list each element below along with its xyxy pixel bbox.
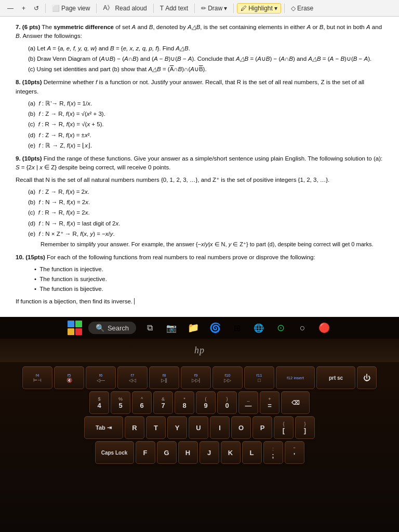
highlight-icon: 🖊	[241, 5, 247, 12]
key-quote[interactable]: " '	[285, 441, 304, 464]
taskbar-search[interactable]: 🔍 Search	[88, 322, 136, 334]
q7-sub-b: (b) Draw Venn Diagram of (A∪B) − (A∩B) a…	[28, 55, 383, 63]
camera-button[interactable]: 📷	[163, 320, 180, 336]
key-h[interactable]: H	[178, 441, 198, 464]
key-y[interactable]: Y	[167, 416, 187, 439]
key-t[interactable]: T	[146, 416, 166, 439]
question-7: 7. (6 pts) The symmetric difference of s…	[16, 23, 383, 41]
spotify-button[interactable]: ⊙	[272, 320, 289, 336]
key-f[interactable]: F	[136, 441, 155, 464]
q10-bullet-1: • The function is injective.	[34, 265, 383, 274]
q9-note: Recall that N is the set of all natural …	[16, 176, 383, 184]
windows-start-button[interactable]	[66, 320, 83, 336]
key-f12[interactable]: f12 insert	[276, 366, 315, 389]
q8-sub-c: (c) f : R → R, f(x) = √(x + 5).	[28, 120, 383, 129]
chrome-button[interactable]: 🔴	[316, 320, 332, 336]
key-prtsc[interactable]: prt sc	[316, 366, 355, 389]
key-r[interactable]: R	[125, 416, 144, 439]
back-button[interactable]: —	[4, 4, 17, 13]
add-text-icon: T	[160, 5, 164, 12]
q8-sub-a: (a) f : ℝ'→ R, f(x) = 1/x.	[28, 99, 383, 108]
q9-sub-d: (d) f : N → R, f(x) = last digit of 2x.	[28, 219, 383, 228]
separator-5	[233, 4, 234, 13]
back-icon: —	[7, 5, 14, 12]
number-key-row: $ 4 % 5 ^ 6 & 7 * 8 ( 9	[0, 391, 399, 414]
separator-3	[153, 4, 154, 13]
edge-button[interactable]: 🌀	[207, 320, 223, 336]
key-f9[interactable]: f9 ▷▷|	[181, 366, 211, 389]
draw-icon: ✏	[201, 5, 206, 12]
fn-key-row: f4 ⊢⊣ f5 🔇 f6 ◁— f7 ◁◁ f8 ▷|| f9 ▷▷|	[0, 366, 399, 389]
key-f4[interactable]: f4 ⊢⊣	[22, 366, 52, 389]
camera-icon: 📷	[166, 323, 177, 333]
circle-button[interactable]: ○	[294, 320, 311, 336]
key-j[interactable]: J	[200, 441, 219, 464]
q7-sub-c: (c) Using set identities and part (b) sh…	[28, 65, 383, 74]
key-o[interactable]: O	[231, 416, 251, 439]
circle-icon: ○	[300, 323, 305, 334]
key-rbracket[interactable]: } ]	[295, 416, 315, 439]
hp-logo-area: hp	[0, 339, 399, 362]
draw-dropdown-icon: ▾	[224, 5, 227, 12]
q9-text: Find the range of these functions. Give …	[16, 155, 382, 170]
q10-footer: If function is a bijection, then find it…	[16, 297, 383, 306]
forward-button[interactable]: +	[19, 4, 29, 13]
undo-button[interactable]: ↺	[31, 4, 42, 13]
erase-label: Erase	[297, 5, 313, 12]
document-area: 7. (6 pts) The symmetric difference of s…	[0, 17, 399, 317]
page-view-label: Page view	[61, 5, 90, 12]
key-f6[interactable]: f6 ◁—	[86, 366, 116, 389]
key-f11[interactable]: f11 □	[244, 366, 274, 389]
key-semicolon[interactable]: : ;	[263, 441, 283, 464]
key-capslock[interactable]: Caps Lock	[95, 441, 134, 464]
key-tab[interactable]: Tab ⇥	[84, 416, 123, 439]
key-l[interactable]: L	[242, 441, 262, 464]
key-f8[interactable]: f8 ▷||	[149, 366, 179, 389]
weather-icon: 🌐	[254, 323, 264, 333]
q9-sub-e: (e) f : N × Z⁺ → R, f(x, y) = −x/y.	[28, 230, 383, 238]
question-8: 8. (10pts) Determine whether f is a func…	[16, 78, 383, 96]
page-view-icon: ⬜	[52, 5, 60, 12]
key-star-8[interactable]: * 8	[175, 391, 194, 414]
spotify-icon: ⊙	[277, 322, 285, 334]
key-lbracket[interactable]: { [	[274, 416, 294, 439]
search-icon: 🔍	[96, 324, 104, 332]
key-amp-7[interactable]: & 7	[153, 391, 173, 414]
q9-number: 9.	[16, 155, 22, 162]
q7-number: 7.	[16, 24, 22, 30]
separator-6	[284, 4, 285, 13]
key-paren-0[interactable]: ) 0	[217, 391, 237, 414]
key-f10[interactable]: f10 ▷▷	[212, 366, 243, 389]
store-icon: ⊞	[234, 323, 241, 333]
weather-button[interactable]: 🌐	[250, 320, 267, 336]
key-4[interactable]: $ 4	[89, 391, 109, 414]
key-f7[interactable]: f7 ◁◁	[117, 366, 148, 389]
keyboard: f4 ⊢⊣ f5 🔇 f6 ◁— f7 ◁◁ f8 ▷|| f9 ▷▷|	[0, 366, 399, 464]
key-caret-6[interactable]: ^ 6	[132, 391, 152, 414]
draw-button[interactable]: ✏ Draw ▾	[198, 4, 230, 13]
key-u[interactable]: U	[189, 416, 208, 439]
key-i[interactable]: I	[210, 416, 230, 439]
q8-number: 8.	[16, 79, 22, 85]
key-k[interactable]: K	[221, 441, 241, 464]
question-10: 10. (15pts) For each of the following fu…	[16, 253, 383, 262]
key-percent-5[interactable]: % 5	[111, 391, 130, 414]
key-f5[interactable]: f5 🔇	[54, 366, 84, 389]
key-plus[interactable]: + =	[260, 391, 280, 414]
file-explorer-button[interactable]: 📁	[185, 320, 202, 336]
key-paren-9[interactable]: ( 9	[196, 391, 216, 414]
highlight-button[interactable]: 🖊 Highlight ▾	[237, 3, 281, 14]
add-text-button[interactable]: T Add text	[157, 4, 191, 13]
power-icon: ⏻	[363, 374, 370, 382]
task-view-button[interactable]: ⧉	[141, 320, 158, 336]
key-power[interactable]: ⏻	[357, 366, 377, 389]
page-view-button[interactable]: ⬜ Page view	[49, 4, 93, 13]
key-minus[interactable]: _ —	[238, 391, 258, 414]
toolbar: — + ↺ ⬜ Page view A》 Read aloud T Add te…	[0, 0, 399, 17]
erase-button[interactable]: ◇ Erase	[288, 4, 316, 13]
key-g[interactable]: G	[157, 441, 177, 464]
store-button[interactable]: ⊞	[229, 320, 245, 336]
key-backspace[interactable]: ⌫	[281, 391, 310, 414]
read-aloud-button[interactable]: A》 Read aloud	[100, 3, 150, 14]
key-p[interactable]: P	[252, 416, 272, 439]
